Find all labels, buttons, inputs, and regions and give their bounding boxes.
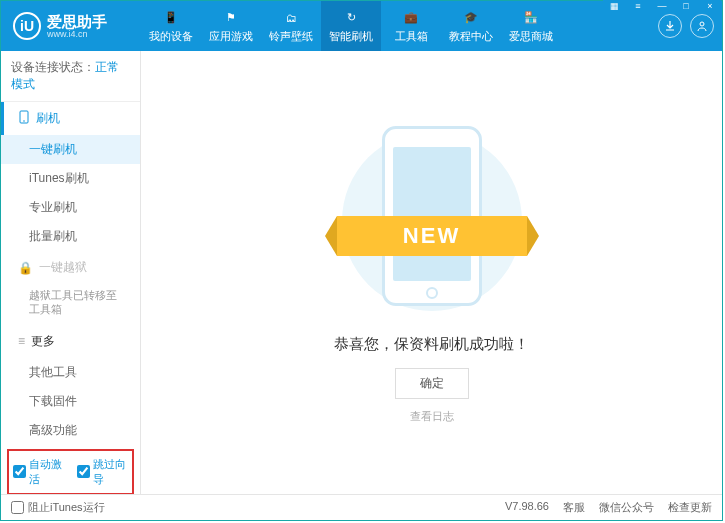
- sidebar-section-more[interactable]: ≡ 更多: [1, 325, 140, 358]
- nav-item-1[interactable]: ⚑应用游戏: [201, 1, 261, 51]
- phone-illustration: NEW: [357, 121, 507, 321]
- options-box: 自动激活 跳过向导: [7, 449, 134, 494]
- nav-item-0[interactable]: 📱我的设备: [141, 1, 201, 51]
- nav-label: 工具箱: [395, 29, 428, 44]
- svg-point-2: [23, 120, 25, 122]
- sidebar-section-flash[interactable]: 刷机: [1, 102, 140, 135]
- nav-label: 教程中心: [449, 29, 493, 44]
- app-url: www.i4.cn: [47, 29, 107, 39]
- window-controls: ▦ ≡ — □ ×: [603, 0, 721, 12]
- nav-label: 爱思商城: [509, 29, 553, 44]
- view-log-link[interactable]: 查看日志: [410, 409, 454, 424]
- nav-item-3[interactable]: ↻智能刷机: [321, 1, 381, 51]
- skin-button[interactable]: ≡: [627, 0, 649, 12]
- sidebar-section-label: 更多: [31, 333, 55, 350]
- nav-icon: 💼: [402, 9, 420, 27]
- logo: iU 爱思助手 www.i4.cn: [1, 12, 141, 40]
- nav-icon: ↻: [342, 9, 360, 27]
- nav-label: 我的设备: [149, 29, 193, 44]
- sidebar-section-label: 刷机: [36, 110, 60, 127]
- nav-label: 应用游戏: [209, 29, 253, 44]
- sidebar-item-more-0[interactable]: 其他工具: [1, 358, 140, 387]
- phone-icon: [18, 110, 30, 127]
- nav-item-4[interactable]: 💼工具箱: [381, 1, 441, 51]
- block-itunes-checkbox[interactable]: 阻止iTunes运行: [11, 500, 105, 515]
- connection-status: 设备连接状态：正常模式: [1, 51, 140, 102]
- download-icon[interactable]: [658, 14, 682, 38]
- skip-guide-input[interactable]: [77, 465, 90, 478]
- update-link[interactable]: 检查更新: [668, 500, 712, 515]
- nav-item-5[interactable]: 🎓教程中心: [441, 1, 501, 51]
- service-link[interactable]: 客服: [563, 500, 585, 515]
- app-name: 爱思助手: [47, 14, 107, 29]
- main-content: NEW 恭喜您，保资料刷机成功啦！ 确定 查看日志: [141, 51, 722, 494]
- sidebar-item-flash-3[interactable]: 批量刷机: [1, 222, 140, 251]
- auto-activate-label: 自动激活: [29, 457, 65, 487]
- nav-icon: 🏪: [522, 9, 540, 27]
- nav-item-6[interactable]: 🏪爱思商城: [501, 1, 561, 51]
- lock-icon: 🔒: [18, 261, 33, 275]
- maximize-button[interactable]: □: [675, 0, 697, 12]
- nav-icon: 📱: [162, 9, 180, 27]
- skip-guide-checkbox[interactable]: 跳过向导: [77, 457, 129, 487]
- sidebar: 设备连接状态：正常模式 刷机 一键刷机iTunes刷机专业刷机批量刷机 🔒 一键…: [1, 51, 141, 494]
- sidebar-item-flash-0[interactable]: 一键刷机: [1, 135, 140, 164]
- block-itunes-label: 阻止iTunes运行: [28, 500, 105, 515]
- jailbreak-note: 越狱工具已转移至 工具箱: [1, 284, 140, 325]
- auto-activate-input[interactable]: [13, 465, 26, 478]
- menu-icon: ≡: [18, 334, 25, 348]
- block-itunes-input[interactable]: [11, 501, 24, 514]
- nav-icon: 🎓: [462, 9, 480, 27]
- nav-label: 智能刷机: [329, 29, 373, 44]
- settings-button[interactable]: ▦: [603, 0, 625, 12]
- nav-item-2[interactable]: 🗂铃声壁纸: [261, 1, 321, 51]
- new-banner: NEW: [337, 216, 527, 256]
- conn-label: 设备连接状态：: [11, 60, 95, 74]
- svg-point-0: [700, 22, 704, 26]
- nav-icon: 🗂: [282, 9, 300, 27]
- sidebar-item-more-2[interactable]: 高级功能: [1, 416, 140, 445]
- auto-activate-checkbox[interactable]: 自动激活: [13, 457, 65, 487]
- wechat-link[interactable]: 微信公众号: [599, 500, 654, 515]
- version-label: V7.98.66: [505, 500, 549, 515]
- sidebar-item-flash-2[interactable]: 专业刷机: [1, 193, 140, 222]
- nav-icon: ⚑: [222, 9, 240, 27]
- user-icon[interactable]: [690, 14, 714, 38]
- sidebar-item-more-1[interactable]: 下载固件: [1, 387, 140, 416]
- nav-label: 铃声壁纸: [269, 29, 313, 44]
- sidebar-section-label: 一键越狱: [39, 259, 87, 276]
- minimize-button[interactable]: —: [651, 0, 673, 12]
- skip-guide-label: 跳过向导: [93, 457, 129, 487]
- logo-icon: iU: [13, 12, 41, 40]
- main-nav: 📱我的设备⚑应用游戏🗂铃声壁纸↻智能刷机💼工具箱🎓教程中心🏪爱思商城: [141, 1, 658, 51]
- close-button[interactable]: ×: [699, 0, 721, 12]
- ok-button[interactable]: 确定: [395, 368, 469, 399]
- success-message: 恭喜您，保资料刷机成功啦！: [334, 335, 529, 354]
- sidebar-item-flash-1[interactable]: iTunes刷机: [1, 164, 140, 193]
- footer: 阻止iTunes运行 V7.98.66 客服 微信公众号 检查更新: [1, 494, 722, 520]
- sidebar-section-jailbreak: 🔒 一键越狱: [1, 251, 140, 284]
